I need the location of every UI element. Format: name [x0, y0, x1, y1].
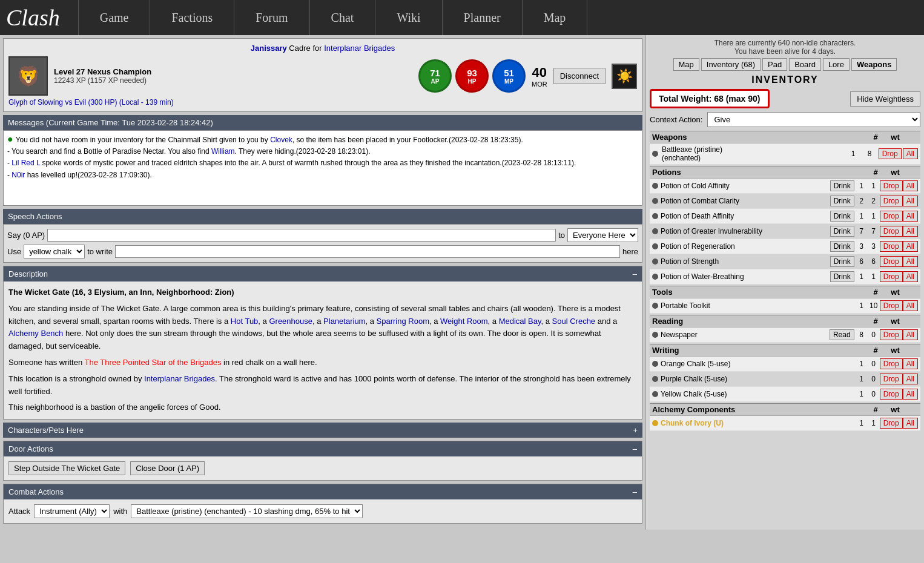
char-circles: 71 AP 93 HP 51 MP [418, 59, 526, 93]
nav-item-factions[interactable]: Factions [150, 0, 234, 35]
description-header[interactable]: Description – [4, 266, 642, 282]
glyph-link[interactable]: Glyph of Slowing vs Evil (300 HP) (Local… [8, 98, 174, 107]
target-select[interactable]: Instrument (Ally) [34, 504, 110, 518]
here-label: here [622, 247, 638, 256]
desc-stronghold: This location is a stronghold owned by I… [8, 373, 637, 398]
nav-item-map[interactable]: Map [523, 0, 588, 35]
potion-6-drink[interactable]: Drink [830, 256, 854, 267]
newspaper-row: Newspaper Read 8 0 Drop All [650, 328, 920, 343]
potion-6-drop[interactable]: Drop [880, 256, 903, 267]
with-label: with [113, 507, 127, 516]
potion-4-drink[interactable]: Drink [830, 226, 854, 237]
potion-1-drink[interactable]: Drink [830, 180, 854, 191]
combat-collapse-icon[interactable]: – [633, 487, 637, 496]
ivory-drop[interactable]: Drop [880, 418, 903, 429]
cadre-label: Cadre for [289, 44, 322, 53]
potion-4-all[interactable]: All [903, 226, 918, 237]
right-nav-inventory[interactable]: Inventory (68) [701, 58, 761, 71]
context-select[interactable]: Give [707, 112, 920, 127]
newspaper-drop[interactable]: Drop [880, 329, 903, 340]
purple-chalk-all[interactable]: All [903, 374, 918, 384]
door-header[interactable]: Door Actions – [4, 441, 642, 456]
left-panel: Janissary Cadre for Interplanar Brigades… [0, 35, 645, 530]
toolkit-drop[interactable]: Drop [880, 300, 903, 311]
green-dot: ● [7, 134, 13, 144]
write-input[interactable] [115, 245, 620, 258]
yellow-chalk-all[interactable]: All [903, 389, 918, 400]
potion-6-all[interactable]: All [903, 256, 918, 267]
characters-header[interactable]: Characters/Pets Here + [3, 423, 642, 438]
potion-2-all[interactable]: All [903, 196, 918, 206]
messages-box[interactable]: ● You did not have room in your inventor… [3, 130, 642, 206]
hide-weightless-button[interactable]: Hide Weightless [850, 91, 920, 107]
glyph-bar: Glyph of Slowing vs Evil (300 HP) (Local… [8, 98, 637, 107]
dot-5 [652, 243, 658, 249]
chalk-select[interactable]: yellow chalk [24, 245, 85, 258]
potion-5-drop[interactable]: Drop [880, 241, 903, 252]
potion-7-all[interactable]: All [903, 271, 918, 282]
nav-item-wiki[interactable]: Wiki [375, 0, 442, 35]
potion-7-drop[interactable]: Drop [880, 271, 903, 282]
battleaxe-wt: 8 [862, 150, 877, 158]
toolkit-dot [652, 303, 658, 309]
desc-graffiti: Someone has written The Three Pointed St… [8, 357, 637, 369]
character-card: Janissary Cadre for Interplanar Brigades… [3, 38, 642, 112]
toolkit-all[interactable]: All [903, 300, 918, 311]
close-door-button[interactable]: Close Door (1 AP) [130, 461, 205, 475]
door-collapse-icon[interactable]: – [633, 444, 637, 453]
potion-7-drink[interactable]: Drink [830, 271, 854, 282]
disconnect-button[interactable]: Disconnect [553, 68, 606, 84]
newspaper-read[interactable]: Read [830, 329, 854, 340]
potion-2-drink[interactable]: Drink [830, 196, 854, 206]
right-nav-map[interactable]: Map [673, 58, 699, 71]
battleaxe-drop[interactable]: Drop [879, 148, 902, 159]
dot-3 [652, 213, 658, 219]
faction-link[interactable]: Interplanar Brigades [324, 44, 395, 53]
recipient-select[interactable]: Everyone Here [567, 228, 638, 242]
combat-header[interactable]: Combat Actions – [4, 484, 642, 499]
right-nav-pad[interactable]: Pad [762, 58, 787, 71]
orange-chalk-drop[interactable]: Drop [880, 358, 903, 369]
yellow-chalk-drop[interactable]: Drop [880, 389, 903, 400]
nav-item-planner[interactable]: Planner [443, 0, 523, 35]
nav-item-chat[interactable]: Chat [310, 0, 376, 35]
nav-item-forum[interactable]: Forum [234, 0, 309, 35]
potions-inv-header: Potions # wt [650, 166, 920, 179]
desc-collapse-icon[interactable]: – [633, 269, 637, 278]
step-outside-button[interactable]: Step Outside The Wicket Gate [8, 461, 125, 475]
orange-chalk-all[interactable]: All [903, 358, 918, 369]
right-nav-lore[interactable]: Lore [823, 58, 850, 71]
potion-5-drink[interactable]: Drink [830, 241, 854, 252]
purple-chalk-drop[interactable]: Drop [880, 374, 903, 384]
say-input[interactable] [47, 229, 556, 242]
potion-4-drop[interactable]: Drop [880, 226, 903, 237]
battleaxe-all[interactable]: All [903, 148, 918, 159]
yellow-chalk-wt: 0 [868, 390, 880, 398]
mor-label: MOR [532, 81, 547, 88]
newspaper-all[interactable]: All [903, 329, 918, 340]
desc-neighborhood: This neighborhood is a bastion of the an… [8, 401, 637, 414]
mor-value: 40 [532, 65, 547, 81]
chars-plus-icon[interactable]: + [633, 426, 638, 435]
potion-1-drop[interactable]: Drop [880, 180, 903, 191]
potion-3-all[interactable]: All [903, 211, 918, 222]
right-nav-weapons[interactable]: Weapons [851, 58, 897, 71]
message-1: ● You did not have room in your inventor… [7, 134, 638, 146]
char-name[interactable]: Janissary [251, 44, 287, 53]
speech-row-2: Use yellow chalk to write here [7, 245, 638, 258]
potion-2-drop[interactable]: Drop [880, 196, 903, 206]
potion-3-drop[interactable]: Drop [880, 211, 903, 222]
weapon-select[interactable]: Battleaxe (pristine) (enchanted) - 10 sl… [131, 504, 363, 518]
potion-1-all[interactable]: All [903, 180, 918, 191]
ivory-all[interactable]: All [903, 418, 918, 429]
char-avatar: 🦁 [8, 56, 48, 96]
orange-chalk-row: Orange Chalk (5-use) 1 0 Drop All [650, 357, 920, 372]
ivory-qty: 1 [856, 419, 868, 427]
right-nav-board[interactable]: Board [789, 58, 821, 71]
nav-item-game[interactable]: Game [78, 0, 151, 35]
potion-5-all[interactable]: All [903, 241, 918, 252]
potion-3-drink[interactable]: Drink [830, 211, 854, 222]
attack-label: Attack [8, 507, 30, 516]
potion-3-wt: 1 [868, 212, 880, 220]
mp-circle: 51 MP [492, 59, 526, 93]
